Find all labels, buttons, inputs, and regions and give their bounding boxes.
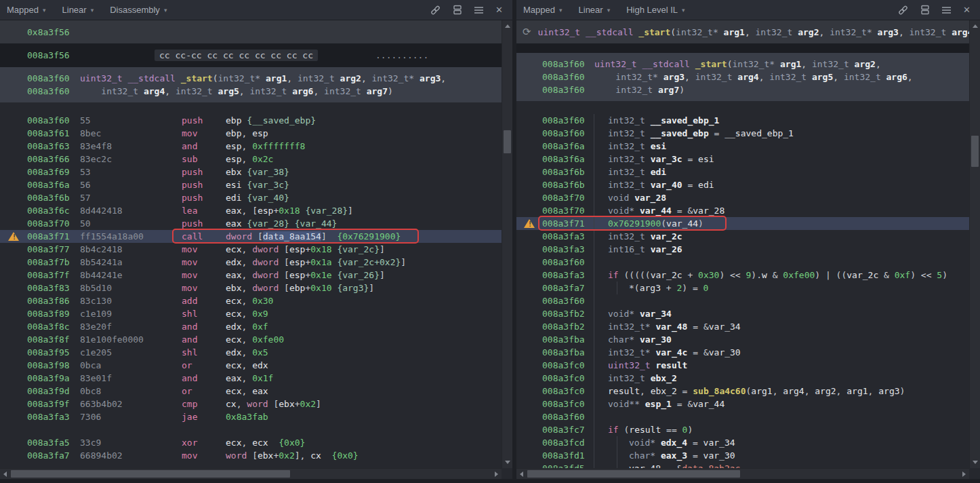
code-token[interactable]: uint32_t xyxy=(594,59,637,69)
address[interactable]: 008a3f6a xyxy=(542,153,584,166)
code-token[interactable]: ) << xyxy=(910,270,937,280)
code-token[interactable]: * xyxy=(713,27,718,37)
code-token[interactable]: * xyxy=(645,322,651,332)
address[interactable]: 008a3f9a xyxy=(27,372,80,385)
code-token[interactable]: arg2 xyxy=(855,59,876,69)
code-token[interactable]: int32_t xyxy=(615,72,653,82)
code-token[interactable]: , xyxy=(241,283,252,293)
instruction-bytes[interactable]: 8d442418 xyxy=(80,204,182,217)
code-token[interactable]: 0x76291900 xyxy=(608,218,661,229)
code-token[interactable]: [ xyxy=(279,257,289,267)
disasm-row[interactable]: 008a3f6b57pushedi {var_40} xyxy=(0,191,512,204)
address[interactable]: 008a3f7b xyxy=(27,256,80,269)
scrollbar-thumb[interactable] xyxy=(504,130,511,153)
address[interactable]: 008a3fa7 xyxy=(542,282,584,294)
code-token[interactable]: arg1 xyxy=(846,386,867,396)
code-token[interactable] xyxy=(634,334,640,345)
code-token[interactable]: + xyxy=(661,283,676,293)
address[interactable]: 008a3fb2 xyxy=(542,307,584,320)
instruction-bytes[interactable]: c1e109 xyxy=(80,307,182,320)
hlil-row[interactable]: 008a3f60int32_t __saved_ebp_1 xyxy=(516,114,980,127)
disasm-row[interactable]: 008a3f8f81e100fe0000andecx, 0xfe00 xyxy=(0,333,512,346)
code-token[interactable] xyxy=(414,73,420,83)
code-token[interactable]: __stdcall xyxy=(586,27,633,37)
address[interactable]: 008a3fa3 xyxy=(542,243,584,256)
address[interactable]: 008a3f66 xyxy=(27,153,80,166)
code-token[interactable]: __stdcall xyxy=(127,73,175,83)
code-token[interactable] xyxy=(872,27,878,37)
disasm-row[interactable]: 008a3f838b5d10movebx, dword [ebp+0x10 {a… xyxy=(0,282,512,294)
scroll-down-arrow[interactable] xyxy=(973,461,978,464)
address[interactable]: 008a3f70 xyxy=(542,204,584,217)
block-start-label-row[interactable]: 0x8a3f56 xyxy=(0,20,512,43)
code-token[interactable]: 0xf xyxy=(252,322,268,332)
code-token[interactable]: arg6 xyxy=(292,86,313,96)
code-token[interactable]: arg3 xyxy=(878,27,899,37)
signature-line[interactable]: 008a3f60 int32_t arg4, int32_t arg5, int… xyxy=(0,85,512,98)
code-token[interactable]: int32_t xyxy=(756,27,793,37)
code-token[interactable]: [ xyxy=(247,450,258,461)
code-token[interactable]: & xyxy=(703,322,709,332)
code-token[interactable]: = xyxy=(687,347,703,358)
code-token[interactable]: arg3 xyxy=(663,72,685,82)
code-token[interactable]: eax xyxy=(226,270,241,280)
code-token[interactable]: ebp xyxy=(226,128,241,138)
instruction-bytes[interactable]: 66894b02 xyxy=(80,449,182,462)
code-token[interactable]: ecx xyxy=(226,386,241,396)
code-token[interactable]: arg2 xyxy=(798,27,819,37)
code-token[interactable]: , xyxy=(833,72,844,82)
address[interactable]: 008a3f7f xyxy=(27,269,80,282)
code-token[interactable]: 0x1e xyxy=(310,270,331,280)
code-token[interactable]: arg7 xyxy=(658,85,679,95)
code-token[interactable]: = xyxy=(661,463,676,468)
code-token[interactable]: , xyxy=(759,72,770,82)
signature-line[interactable]: 008a3f60uint32_t __stdcall _start(int32_… xyxy=(0,72,512,85)
code-token[interactable]: ) = xyxy=(682,283,703,293)
scrollbar-thumb[interactable] xyxy=(527,470,740,478)
code-token[interactable]: {var_28} xyxy=(247,218,289,229)
code-token[interactable]: ((((( xyxy=(619,270,651,280)
code-token[interactable]: void xyxy=(608,206,629,216)
code-token[interactable] xyxy=(289,218,295,229)
disasm-row[interactable]: 008a3f980bcaorecx, edx xyxy=(0,359,512,372)
code-token[interactable]: __saved_ebp_1 xyxy=(724,128,794,138)
code-token[interactable]: arg4 xyxy=(737,72,758,82)
code-token[interactable]: uint32_t xyxy=(608,360,651,370)
code-token[interactable]: = xyxy=(687,450,703,461)
code-token[interactable]: , xyxy=(640,386,651,396)
code-token[interactable]: 0 xyxy=(703,283,709,293)
code-token[interactable]: ( xyxy=(670,27,676,37)
code-token[interactable]: int32_t xyxy=(733,59,770,69)
code-token[interactable]: ebx_2 xyxy=(651,386,677,396)
address[interactable]: 008a3f60 xyxy=(542,114,584,127)
right-horizontal-scrollbar[interactable] xyxy=(516,468,969,479)
code-token[interactable]: {var_44} xyxy=(295,218,338,229)
code-token[interactable] xyxy=(718,27,724,37)
code-token[interactable]: ( xyxy=(619,425,630,435)
code-token[interactable]: ) xyxy=(388,86,393,96)
address[interactable]: 008a3fba xyxy=(542,333,584,346)
code-token[interactable]: , xyxy=(441,73,446,83)
code-token[interactable]: ] xyxy=(321,231,327,242)
instruction-bytes[interactable]: 83e20f xyxy=(80,320,182,333)
code-token[interactable]: eax xyxy=(226,206,241,216)
code-token[interactable]: 0x8a3fab xyxy=(226,412,268,422)
code-token[interactable]: int32_t xyxy=(176,86,213,96)
code-token[interactable]: , xyxy=(241,322,252,332)
code-token[interactable]: = xyxy=(672,399,687,409)
scrollbar-thumb[interactable] xyxy=(11,470,290,478)
code-token[interactable]: ebx_2 xyxy=(651,373,677,383)
code-token[interactable]: int32_t xyxy=(769,72,807,82)
address[interactable]: 008a3f60 xyxy=(27,85,80,98)
disasm-row[interactable]: 008a3f7050pusheax {var_28} {var_44} xyxy=(0,217,512,230)
instruction-bytes[interactable]: ff1554a18a00 xyxy=(80,230,182,243)
mnemonic[interactable]: or xyxy=(182,359,226,372)
code-token[interactable]: * xyxy=(650,450,655,461)
code-token[interactable]: ] xyxy=(316,399,321,409)
hlil-row[interactable]: 008a3f710x76291900(var_44) xyxy=(516,217,980,230)
address[interactable]: 008a3f8f xyxy=(27,333,80,346)
code-token[interactable] xyxy=(176,73,181,83)
disasm-row[interactable]: 008a3f89c1e109shlecx, 0x9 xyxy=(0,307,512,320)
address[interactable]: 008a3f61 xyxy=(27,127,80,140)
hlil-row[interactable]: 008a3fc7if (result == 0) xyxy=(516,423,980,436)
